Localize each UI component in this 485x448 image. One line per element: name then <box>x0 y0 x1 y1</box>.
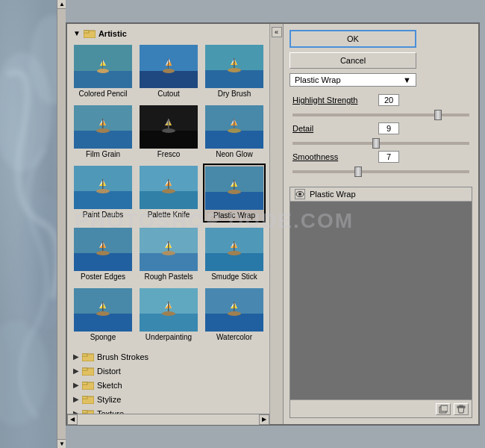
thumb-plastic-wrap <box>205 167 263 210</box>
smoothness-track[interactable] <box>292 170 469 173</box>
category-sketch[interactable]: ▶ Sketch <box>70 378 266 392</box>
filter-item-paint-daubs[interactable]: Paint Daubs <box>72 164 134 223</box>
filter-item-palette-knife[interactable]: Palette Knife <box>137 164 200 223</box>
svg-point-53 <box>162 189 175 193</box>
filter-panel: ▼ Artistic <box>67 24 270 424</box>
filter-item-cutout[interactable]: Cutout <box>137 43 200 100</box>
svg-point-2 <box>0 321 48 426</box>
svg-point-11 <box>97 69 109 73</box>
preview-eye-toggle[interactable] <box>295 189 305 199</box>
svg-rect-7 <box>74 71 132 88</box>
slider-section: Highlight Strength Detail Smoothness <box>290 91 472 182</box>
thumb-cutout <box>140 45 198 88</box>
slider-row-smoothness: Smoothness <box>290 151 472 163</box>
stylize-folder-icon <box>82 394 94 404</box>
svg-point-23 <box>228 68 241 72</box>
category-stylize[interactable]: ▶ Stylize <box>70 392 266 406</box>
label-poster-edges: Poster Edges <box>81 273 125 281</box>
svg-rect-67 <box>140 253 198 271</box>
filter-item-plastic-wrap[interactable]: Plastic Wrap <box>203 164 266 223</box>
smoothness-value[interactable] <box>378 151 399 163</box>
svg-point-59 <box>228 190 241 194</box>
highlight-strength-label: Highlight Strength <box>292 96 378 105</box>
stylize-arrow: ▶ <box>73 395 79 403</box>
filter-item-underpainting[interactable]: Underpainting <box>137 286 200 343</box>
filter-item-sponge[interactable]: Sponge <box>72 286 134 343</box>
filter-item-neon-glow[interactable]: Neon Glow <box>203 103 266 161</box>
preview-footer <box>290 399 472 417</box>
filter-grid: Colored Pencil <box>70 40 266 346</box>
detail-thumb[interactable] <box>372 138 380 149</box>
filter-gallery-dialog: ▼ Artistic <box>66 22 480 426</box>
svg-rect-70 <box>168 241 169 251</box>
svg-rect-19 <box>205 70 263 88</box>
svg-rect-34 <box>168 119 169 128</box>
svg-point-83 <box>96 311 110 316</box>
label-sponge: Sponge <box>90 333 116 341</box>
highlight-track[interactable] <box>292 113 469 116</box>
svg-rect-43 <box>74 191 132 209</box>
svg-rect-46 <box>102 179 104 189</box>
delete-icon <box>457 405 466 414</box>
hscroll-track[interactable] <box>78 414 259 425</box>
preview-header: Plastic Wrap <box>290 187 472 202</box>
thumb-underpainting <box>140 288 198 332</box>
category-distort[interactable]: ▶ Distort <box>70 364 266 378</box>
filter-item-colored-pencil[interactable]: Colored Pencil <box>72 43 134 100</box>
svg-rect-10 <box>102 60 103 70</box>
category-texture[interactable]: ▶ Texture <box>70 406 266 414</box>
highlight-strength-value[interactable] <box>378 94 399 106</box>
svg-rect-37 <box>205 131 263 149</box>
folder-icon <box>84 28 96 38</box>
svg-rect-94 <box>234 302 235 311</box>
smoothness-label: Smoothness <box>292 152 378 161</box>
texture-folder-icon <box>82 408 94 414</box>
dropdown-chevron-icon: ▼ <box>403 75 411 84</box>
eye-icon <box>295 190 304 198</box>
filter-item-watercolor[interactable]: Watercolor <box>203 286 266 343</box>
svg-rect-28 <box>102 119 104 128</box>
thumb-paint-daubs <box>74 166 132 209</box>
slider-row-highlight: Highlight Strength <box>290 94 472 106</box>
highlight-track-row <box>290 113 472 122</box>
svg-rect-103 <box>82 396 87 399</box>
detail-track[interactable] <box>292 142 469 145</box>
preview-btn-2[interactable] <box>454 403 469 415</box>
left-scroll-up[interactable]: ▲ <box>57 0 66 9</box>
filter-item-dry-brush[interactable]: Dry Brush <box>203 43 266 100</box>
filter-item-rough-pastels[interactable]: Rough Pastels <box>137 225 200 283</box>
hscroll-left-btn[interactable]: ◀ <box>67 414 78 425</box>
label-watercolor: Watercolor <box>216 333 252 341</box>
filter-item-film-grain[interactable]: Film Grain <box>72 103 134 161</box>
left-scroll-down[interactable]: ▼ <box>57 439 66 448</box>
filter-item-poster-edges[interactable]: Poster Edges <box>72 225 134 283</box>
distort-arrow: ▶ <box>73 367 79 375</box>
preview-btn-1[interactable] <box>436 403 451 415</box>
brush-strokes-folder-icon <box>82 352 94 361</box>
left-decorative-panel: ▲ ▼ <box>0 0 66 448</box>
filter-panel-hscroll: ◀ ▶ <box>67 414 269 424</box>
svg-rect-85 <box>140 314 198 332</box>
detail-value[interactable] <box>378 122 399 134</box>
svg-point-47 <box>96 189 110 193</box>
filter-item-smudge-stick[interactable]: Smudge Stick <box>203 225 266 283</box>
thumb-watercolor <box>205 288 263 332</box>
ok-button[interactable]: OK <box>290 30 416 48</box>
svg-rect-105 <box>82 411 87 413</box>
filter-dropdown-value: Plastic Wrap <box>295 75 341 84</box>
svg-rect-79 <box>74 314 132 332</box>
artistic-section-header[interactable]: ▼ Artistic <box>70 27 266 40</box>
svg-point-107 <box>298 193 301 196</box>
hscroll-right-btn[interactable]: ▶ <box>259 414 269 425</box>
label-dry-brush: Dry Brush <box>218 90 251 98</box>
svg-rect-76 <box>234 241 235 251</box>
highlight-thumb[interactable] <box>434 110 442 120</box>
filter-item-fresco[interactable]: Fresco <box>137 103 200 161</box>
slider-row-detail: Detail <box>290 122 472 134</box>
artistic-section: ▼ Artistic <box>70 27 266 346</box>
smoothness-thumb[interactable] <box>354 167 362 177</box>
category-brush-strokes[interactable]: ▶ Brush Strokes <box>70 349 266 364</box>
expand-btn[interactable]: « <box>272 27 282 37</box>
cancel-button[interactable]: Cancel <box>290 52 416 69</box>
filter-dropdown[interactable]: Plastic Wrap ▼ <box>290 73 416 87</box>
